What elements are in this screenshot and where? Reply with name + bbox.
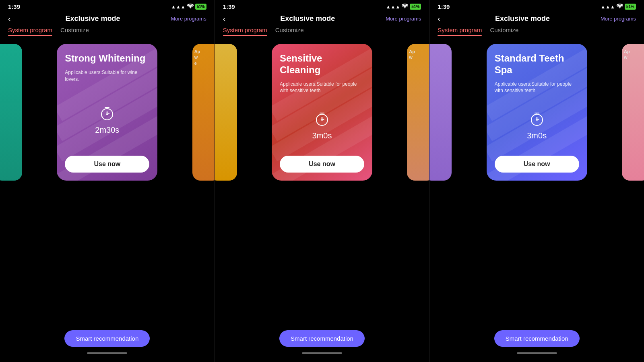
status-bar-3: 1:39 ▲▲▲ 51%	[429, 0, 644, 12]
header-2: ‹ Exclusive mode More programs	[215, 12, 429, 27]
cards-area-2: Sensitive Cleaning Applicable users:Suit…	[215, 41, 429, 324]
side-card-right-1: Apwe	[192, 44, 215, 181]
bottom-area-3: Smart recommendation	[429, 324, 644, 362]
header-title-3: Exclusive mode	[444, 14, 601, 23]
wifi-icon-1	[187, 4, 194, 10]
signal-icon-1: ▲▲▲	[171, 4, 186, 10]
card-desc-3: Applicable users:Suitable for people wit…	[495, 81, 579, 95]
signal-icon-2: ▲▲▲	[386, 4, 400, 10]
status-time-3: 1:39	[438, 3, 450, 10]
wifi-icon-2	[402, 4, 408, 10]
cards-area-1: g Strong Whitening Applicable users:Suit…	[0, 41, 215, 324]
tab-system-program-3[interactable]: System program	[438, 27, 482, 36]
card-title-2: Sensitive Cleaning	[280, 53, 364, 76]
side-card-right-2: Apw	[407, 44, 429, 181]
timer-icon-2	[313, 110, 331, 128]
tab-customize-1[interactable]: Customize	[60, 27, 89, 36]
tab-system-program-1[interactable]: System program	[8, 27, 52, 36]
tab-system-program-2[interactable]: System program	[223, 27, 267, 36]
main-card-1: Strong Whitening Applicable users:Suitab…	[57, 44, 157, 181]
status-bar-1: 1:39 ▲▲▲ 51%	[0, 0, 215, 12]
card-desc-1: Applicable users:Suitable for wine lover…	[65, 69, 149, 83]
header-title-2: Exclusive mode	[229, 14, 386, 23]
tabs-3: System program Customize	[429, 27, 644, 36]
back-button-2[interactable]: ‹	[223, 14, 226, 23]
tabs-2: System program Customize	[215, 27, 429, 36]
screens-container: 1:39 ▲▲▲ 51% ‹ Exclusive mode More progr…	[0, 0, 644, 362]
timer-icon-3	[528, 110, 546, 128]
timer-text-1: 2m30s	[95, 125, 119, 135]
side-card-right-text-2: Apw	[407, 44, 429, 65]
phone-screen-2: 1:39 ▲▲▲ 51% ‹ Exclusive mode More progr…	[215, 0, 430, 362]
home-indicator-2	[302, 352, 342, 354]
cards-area-3: Standard Teeth Spa Applicable users:Suit…	[429, 41, 644, 324]
smart-recommendation-button-3[interactable]: Smart recommendation	[494, 330, 580, 347]
side-card-right-3: Apw	[622, 44, 644, 181]
main-card-3: Standard Teeth Spa Applicable users:Suit…	[487, 44, 587, 181]
battery-badge-1: 51%	[195, 4, 206, 10]
smart-recommendation-button-2[interactable]: Smart recommendation	[279, 330, 365, 347]
more-programs-link-1[interactable]: More programs	[171, 16, 206, 22]
phone-screen-1: 1:39 ▲▲▲ 51% ‹ Exclusive mode More progr…	[0, 0, 215, 362]
signal-icon-3: ▲▲▲	[601, 4, 615, 10]
back-button-3[interactable]: ‹	[438, 14, 440, 23]
timer-section-1: 2m30s	[65, 90, 149, 148]
battery-badge-2: 51%	[410, 4, 421, 10]
use-now-button-2[interactable]: Use now	[280, 156, 364, 173]
bottom-area-1: Smart recommendation	[0, 324, 215, 362]
header-3: ‹ Exclusive mode More programs	[429, 12, 644, 27]
home-indicator-3	[517, 352, 557, 354]
home-indicator-1	[87, 352, 127, 354]
header-1: ‹ Exclusive mode More programs	[0, 12, 215, 27]
tab-customize-3[interactable]: Customize	[490, 27, 518, 36]
status-icons-1: ▲▲▲ 51%	[171, 4, 206, 10]
smart-recommendation-button-1[interactable]: Smart recommendation	[64, 330, 150, 347]
status-time-1: 1:39	[8, 3, 20, 10]
timer-text-2: 3m0s	[312, 131, 332, 140]
header-title-1: Exclusive mode	[15, 14, 171, 23]
phone-screen-3: 1:39 ▲▲▲ 51% ‹ Exclusive mode More progr…	[429, 0, 644, 362]
card-title-3: Standard Teeth Spa	[495, 53, 579, 76]
timer-icon-1	[98, 105, 116, 122]
use-now-button-1[interactable]: Use now	[65, 156, 149, 173]
status-icons-3: ▲▲▲ 51%	[601, 4, 636, 10]
side-card-right-text-1: Apwe	[192, 44, 215, 71]
card-desc-2: Applicable users:Suitable for people wit…	[280, 81, 364, 95]
side-card-left-text-1: g	[0, 44, 22, 62]
timer-section-2: 3m0s	[280, 102, 364, 148]
side-card-left-1: g	[0, 44, 22, 181]
side-card-right-text-3: Apw	[622, 44, 644, 65]
battery-badge-3: 51%	[625, 4, 636, 10]
side-card-left-2	[215, 44, 237, 181]
timer-text-3: 3m0s	[527, 131, 547, 140]
svg-point-5	[106, 113, 108, 115]
status-bar-2: 1:39 ▲▲▲ 51%	[215, 0, 429, 12]
svg-point-11	[321, 119, 323, 121]
status-icons-2: ▲▲▲ 51%	[386, 4, 421, 10]
main-card-2: Sensitive Cleaning Applicable users:Suit…	[272, 44, 372, 181]
tabs-1: System program Customize	[0, 27, 215, 36]
wifi-icon-3	[617, 4, 623, 10]
back-button-1[interactable]: ‹	[8, 14, 11, 23]
more-programs-link-3[interactable]: More programs	[601, 16, 636, 22]
card-title-1: Strong Whitening	[65, 53, 149, 64]
use-now-button-3[interactable]: Use now	[495, 156, 579, 173]
timer-section-3: 3m0s	[495, 102, 579, 148]
tab-customize-2[interactable]: Customize	[275, 27, 304, 36]
status-time-2: 1:39	[223, 3, 235, 10]
more-programs-link-2[interactable]: More programs	[386, 16, 421, 22]
bottom-area-2: Smart recommendation	[215, 324, 429, 362]
side-card-left-3	[429, 44, 452, 181]
svg-point-17	[536, 119, 538, 121]
